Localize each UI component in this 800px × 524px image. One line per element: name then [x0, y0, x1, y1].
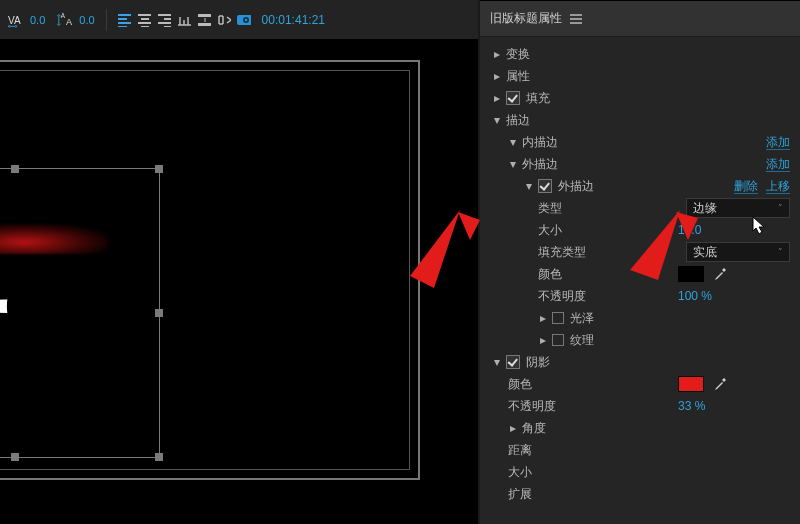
chevron-down-icon[interactable]: ▾	[508, 137, 518, 147]
fill-checkbox[interactable]	[506, 91, 520, 105]
outer-stroke-delete[interactable]: 删除	[734, 178, 758, 195]
chevron-down-icon[interactable]: ▾	[508, 159, 518, 169]
baseline-value[interactable]: 0.0	[79, 14, 94, 26]
kerning-control[interactable]: VA 0.0	[4, 0, 49, 39]
svg-text:VA: VA	[8, 14, 21, 25]
shadow-spread-row: 扩展	[480, 483, 800, 505]
svg-marker-10	[630, 210, 680, 280]
chevron-right-icon[interactable]: ▸	[538, 313, 548, 323]
outer-stroke-checkbox[interactable]	[538, 179, 552, 193]
section-properties[interactable]: ▸ 属性	[480, 65, 800, 87]
resize-handle[interactable]	[155, 309, 163, 317]
cursor-icon	[752, 216, 768, 236]
eyedropper-icon[interactable]	[712, 376, 728, 392]
outer-stroke-row[interactable]: ▾ 外描边 添加	[480, 153, 800, 175]
wrap-icon[interactable]	[214, 10, 234, 30]
outer-stroke-moveup[interactable]: 上移	[766, 178, 790, 195]
svg-marker-9	[458, 212, 480, 240]
selection-bounding-box[interactable]	[0, 168, 160, 458]
sheen-checkbox[interactable]	[552, 312, 564, 324]
shadow-opacity-row: 不透明度 33 %	[480, 395, 800, 417]
resize-handle[interactable]	[155, 165, 163, 173]
panel-header[interactable]: 旧版标题属性	[480, 1, 800, 37]
stroke-filltype-dropdown[interactable]: 实底˅	[686, 242, 790, 262]
svg-marker-8	[410, 210, 460, 288]
chevron-right-icon[interactable]: ▸	[538, 335, 548, 345]
outer-stroke-add[interactable]: 添加	[766, 156, 790, 173]
shadow-color-row: 颜色	[480, 373, 800, 395]
shadow-checkbox[interactable]	[506, 355, 520, 369]
tab-stops-icon[interactable]	[174, 10, 194, 30]
stroke-texture-row[interactable]: ▸ 纹理	[480, 329, 800, 351]
legacy-title-properties-panel: 旧版标题属性 ▸ 变换 ▸ 属性 ▸ 填充 ▾	[480, 0, 800, 524]
inner-stroke-row[interactable]: ▾ 内描边 添加	[480, 131, 800, 153]
chevron-down-icon[interactable]: ▾	[492, 115, 502, 125]
shadow-angle-row[interactable]: ▸ 角度	[480, 417, 800, 439]
title-toolbar: VA 0.0 AA 0.0	[0, 0, 478, 40]
chevron-right-icon[interactable]: ▸	[492, 93, 502, 103]
svg-point-7	[244, 18, 246, 20]
chevron-down-icon[interactable]: ▾	[492, 357, 502, 367]
section-stroke[interactable]: ▾ 描边	[480, 109, 800, 131]
align-group	[114, 10, 254, 30]
svg-rect-3	[198, 14, 211, 17]
shadow-distance-row: 距离	[480, 439, 800, 461]
chevron-right-icon[interactable]: ▸	[492, 71, 502, 81]
chevron-right-icon[interactable]: ▸	[508, 423, 518, 433]
annotation-arrow	[300, 210, 480, 330]
distribute-v-icon[interactable]	[194, 10, 214, 30]
align-left-icon[interactable]	[114, 10, 134, 30]
show-video-icon[interactable]	[234, 10, 254, 30]
resize-handle[interactable]	[155, 453, 163, 461]
annotation-arrow	[540, 210, 700, 300]
panel-menu-icon[interactable]	[570, 14, 582, 24]
kerning-value[interactable]: 0.0	[30, 14, 45, 26]
section-transform[interactable]: ▸ 变换	[480, 43, 800, 65]
texture-checkbox[interactable]	[552, 334, 564, 346]
section-fill[interactable]: ▸ 填充	[480, 87, 800, 109]
svg-rect-4	[198, 23, 211, 26]
shadow-opacity-value[interactable]: 33 %	[678, 399, 705, 413]
svg-text:A: A	[61, 12, 66, 19]
title-canvas[interactable]: 静	[0, 50, 478, 524]
svg-text:A: A	[66, 16, 73, 26]
stroke-sheen-row[interactable]: ▸ 光泽	[480, 307, 800, 329]
shadow-size-row: 大小	[480, 461, 800, 483]
shadow-color-swatch[interactable]	[678, 376, 704, 392]
outer-stroke-instance[interactable]: ▾ 外描边 删除 上移	[480, 175, 800, 197]
align-right-icon[interactable]	[154, 10, 174, 30]
baseline-shift-icon: AA	[57, 10, 77, 30]
resize-handle[interactable]	[11, 165, 19, 173]
kerning-icon: VA	[8, 10, 28, 30]
timecode[interactable]: 00:01:41:21	[258, 13, 325, 27]
baseline-control[interactable]: AA 0.0	[53, 0, 98, 39]
chevron-down-icon[interactable]: ▾	[524, 181, 534, 191]
resize-handle[interactable]	[11, 453, 19, 461]
inner-stroke-add[interactable]: 添加	[766, 134, 790, 151]
panel-title: 旧版标题属性	[490, 10, 562, 27]
stroke-type-dropdown[interactable]: 边缘˅	[686, 198, 790, 218]
eyedropper-icon[interactable]	[712, 266, 728, 282]
chevron-right-icon[interactable]: ▸	[492, 49, 502, 59]
align-center-icon[interactable]	[134, 10, 154, 30]
section-shadow[interactable]: ▾ 阴影	[480, 351, 800, 373]
svg-marker-11	[676, 212, 698, 240]
